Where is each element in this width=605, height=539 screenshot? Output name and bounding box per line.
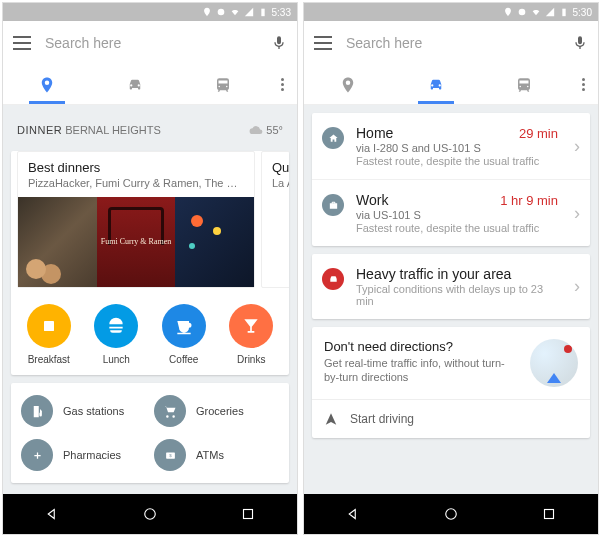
dinner-card: Best dinners PizzaHacker, Fumi Curry & R…: [11, 151, 289, 375]
section-category: DINNER: [17, 124, 62, 136]
driving-prompt-card: Don't need directions? Get real-time tra…: [312, 327, 590, 438]
lunch-icon: [106, 316, 126, 336]
restaurant-photo: [18, 197, 97, 287]
chevron-right-icon: ›: [574, 136, 580, 157]
wifi-icon: [230, 7, 240, 17]
phone-driving: 5:30 Search here Home29 min via I-280 S …: [303, 2, 599, 535]
recent-button[interactable]: [540, 505, 558, 523]
drinks-icon: [241, 316, 261, 336]
search-bar[interactable]: Search here: [3, 21, 297, 65]
clock: 5:30: [573, 7, 592, 18]
traffic-icon: [322, 268, 344, 290]
battery-icon: [559, 7, 569, 17]
cart-icon: [163, 404, 178, 419]
tab-explore[interactable]: [304, 65, 392, 104]
home-button[interactable]: [141, 505, 159, 523]
carousel-card[interactable]: Best dinners PizzaHacker, Fumi Curry & R…: [17, 151, 255, 288]
map-illustration: [530, 339, 578, 387]
tab-transit[interactable]: [179, 65, 267, 104]
traffic-sub: Typical conditions with delays up to 23 …: [356, 283, 558, 307]
route-note: Fastest route, despite the usual traffic: [356, 222, 558, 234]
mic-icon[interactable]: [572, 33, 588, 53]
card-title: Best dinners: [28, 160, 244, 175]
traffic-title: Heavy traffic in your area: [356, 266, 558, 282]
signal-icon: [244, 7, 254, 17]
tab-bar: [304, 65, 598, 105]
location-icon: [202, 7, 212, 17]
wifi-icon: [531, 7, 541, 17]
prompt-title: Don't need directions?: [324, 339, 520, 354]
svc-gas[interactable]: Gas stations: [21, 391, 146, 431]
phone-explore: 5:33 Search here DINNER BERNAL HEIGHTS 5…: [2, 2, 298, 535]
tab-transit[interactable]: [480, 65, 568, 104]
back-button[interactable]: [344, 505, 362, 523]
destinations-card: Home29 min via I-280 S and US-101 S Fast…: [312, 113, 590, 246]
carousel-card[interactable]: Quick La Alt: [261, 151, 289, 288]
tab-explore[interactable]: [3, 65, 91, 104]
svg-point-9: [446, 509, 457, 520]
recent-button[interactable]: [239, 505, 257, 523]
status-bar: 5:30: [304, 3, 598, 21]
menu-icon[interactable]: [13, 36, 31, 50]
section-header: DINNER BERNAL HEIGHTS 55°: [11, 113, 289, 143]
nav-bar: [304, 494, 598, 534]
more-icon[interactable]: [568, 78, 598, 91]
temperature: 55°: [266, 124, 283, 136]
svg-rect-10: [545, 510, 554, 519]
search-bar[interactable]: Search here: [304, 21, 598, 65]
svg-rect-8: [562, 9, 565, 17]
svg-rect-6: [244, 510, 253, 519]
cat-breakfast[interactable]: Breakfast: [15, 304, 83, 365]
card-title: Quick: [272, 160, 289, 175]
svc-pharmacies[interactable]: Pharmacies: [21, 435, 146, 475]
cat-coffee[interactable]: Coffee: [150, 304, 218, 365]
back-button[interactable]: [43, 505, 61, 523]
content-explore: DINNER BERNAL HEIGHTS 55° Best dinners P…: [3, 105, 297, 494]
route-note: Fastest route, despite the usual traffic: [356, 155, 558, 167]
coffee-icon: [174, 316, 194, 336]
mic-icon[interactable]: [271, 33, 287, 53]
card-sub: La Alt: [272, 177, 289, 189]
svg-rect-2: [44, 321, 54, 331]
location-icon: [503, 7, 513, 17]
home-icon: [322, 127, 344, 149]
cat-drinks[interactable]: Drinks: [218, 304, 286, 365]
chevron-right-icon: ›: [574, 276, 580, 297]
atm-icon: $: [163, 448, 178, 463]
svc-atms[interactable]: $ATMs: [154, 435, 279, 475]
more-icon[interactable]: [267, 78, 297, 91]
carousel[interactable]: Best dinners PizzaHacker, Fumi Curry & R…: [11, 151, 289, 298]
sync-icon: [216, 7, 226, 17]
battery-icon: [258, 7, 268, 17]
svg-point-5: [145, 509, 156, 520]
traffic-card[interactable]: Heavy traffic in your area Typical condi…: [312, 254, 590, 319]
nav-bar: [3, 494, 297, 534]
dest-work[interactable]: Work1 hr 9 min via US-101 S Fastest rout…: [312, 180, 590, 246]
dest-home[interactable]: Home29 min via I-280 S and US-101 S Fast…: [312, 113, 590, 180]
svg-point-0: [217, 9, 224, 16]
cloud-icon: [249, 123, 263, 137]
section-area: BERNAL HEIGHTS: [65, 124, 161, 136]
search-input[interactable]: Search here: [346, 35, 558, 51]
card-sub: PizzaHacker, Fumi Curry & Ramen, The Fro…: [28, 177, 244, 189]
tab-bar: [3, 65, 297, 105]
route-via: via I-280 S and US-101 S: [356, 142, 558, 154]
tab-driving[interactable]: [392, 65, 480, 104]
menu-icon[interactable]: [314, 36, 332, 50]
restaurant-photo: Fumi Curry & Ramen: [97, 197, 176, 287]
cat-lunch[interactable]: Lunch: [83, 304, 151, 365]
gas-icon: [30, 404, 45, 419]
category-row: Breakfast Lunch Coffee Drinks: [11, 298, 289, 375]
restaurant-photo: [175, 197, 254, 287]
svg-point-7: [518, 9, 525, 16]
prompt-sub: Get real-time traffic info, without turn…: [324, 356, 520, 385]
tab-driving[interactable]: [91, 65, 179, 104]
search-input[interactable]: Search here: [45, 35, 257, 51]
route-via: via US-101 S: [356, 209, 558, 221]
svc-groceries[interactable]: Groceries: [154, 391, 279, 431]
start-driving-button[interactable]: Start driving: [312, 399, 590, 438]
navigate-icon: [324, 412, 338, 426]
sync-icon: [517, 7, 527, 17]
card-images: Fumi Curry & Ramen: [18, 197, 254, 287]
home-button[interactable]: [442, 505, 460, 523]
